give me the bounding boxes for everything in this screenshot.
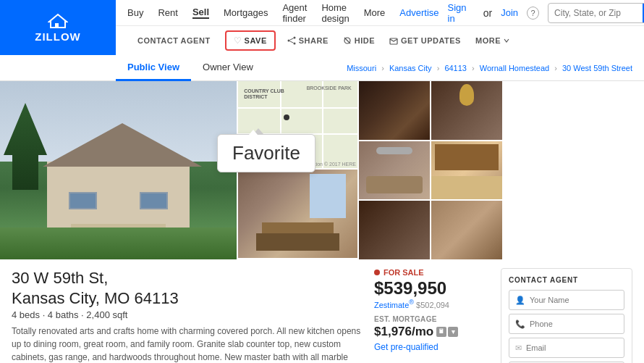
sofa (366, 176, 423, 193)
bc-state[interactable]: Missouri (347, 64, 376, 72)
zestimate-link[interactable]: Zestimate® (374, 301, 414, 309)
zillow-wordmark: zillow (35, 30, 80, 43)
updates-label: GET UPDATES (401, 36, 461, 45)
phone-input[interactable] (530, 320, 630, 328)
property-details: 4 beds · 4 baths · 2,400 sqft (12, 309, 367, 320)
grid-photo-5[interactable] (359, 201, 430, 259)
bc-neighborhood[interactable]: Wornall Homestead (480, 64, 549, 72)
map-street-v2 (322, 81, 323, 168)
grid-photo-6[interactable] (431, 201, 502, 259)
hide-button[interactable]: HIDE (336, 26, 382, 55)
save-label: SAVE (245, 36, 267, 45)
contact-agent-panel: CONTACT AGENT 👤 📞 ✉ Contact Agent (501, 268, 632, 363)
more-button[interactable]: MORE (468, 26, 517, 55)
tooltip-content: Favorite (217, 134, 315, 172)
house-roof (43, 123, 202, 167)
phone-icon: 📞 (515, 320, 525, 329)
bc-city[interactable]: Kansas City (389, 64, 432, 72)
tab-owner-view[interactable]: Owner View (191, 55, 265, 81)
est-mortgage-value: $1,976/mo 🖩 ▾ (374, 325, 493, 339)
action-bar: CONTACT AGENT ♡ SAVE SHARE HIDE GET UPDA… (116, 26, 644, 55)
nav-container: Buy Rent Sell Mortgages Agent finder Hom… (116, 0, 644, 55)
right-nav: Advertise Sign in or Join ? (399, 2, 644, 24)
nav-more[interactable]: More (364, 7, 386, 18)
favorite-tooltip: Favorite (217, 134, 315, 172)
search-box (548, 3, 644, 23)
zestimate-label: Zestimate® (374, 301, 414, 309)
main-photo[interactable] (0, 81, 237, 259)
top-nav-row: Buy Rent Sell Mortgages Agent finder Hom… (116, 0, 644, 26)
nav-agent-finder[interactable]: Agent finder (282, 2, 307, 24)
price-section: FOR SALE $539,950 Zestimate® $502,094 ES… (367, 268, 493, 363)
property-address-2: Kansas City, MO 64113 (12, 288, 367, 309)
est-mortgage-label: EST. MORTGAGE (374, 315, 493, 323)
photos-area: COUNTRY CLUBDISTRICT BROOKSIDE PARK GREE… (0, 81, 644, 259)
ceiling-fan (376, 147, 412, 154)
tabs-row: Public View Owner View Missouri › Kansas… (0, 55, 644, 81)
get-prequalified-link[interactable]: Get pre-qualified (374, 342, 493, 352)
svg-point-6 (287, 40, 289, 42)
map-pin (284, 114, 289, 120)
house-photo-bg (0, 81, 237, 259)
zillow-house-icon (48, 13, 68, 29)
share-icon (287, 36, 296, 45)
zestimate-value: $502,094 (416, 301, 449, 309)
grid-photo-4[interactable] (431, 141, 502, 200)
sign-in-link[interactable]: Sign in (448, 2, 475, 24)
map-label-brookside: BROOKSIDE PARK (307, 85, 352, 91)
calculator-icon[interactable]: 🖩 (436, 327, 446, 337)
nav-mortgages[interactable]: Mortgages (224, 7, 268, 18)
email-input[interactable] (526, 343, 626, 352)
bc-address[interactable]: 30 West 59th Street (562, 64, 632, 72)
nav-buy[interactable]: Buy (127, 7, 143, 18)
bc-sep4: › (554, 64, 557, 72)
help-icon[interactable]: ? (527, 7, 539, 20)
nav-rent[interactable]: Rent (158, 7, 177, 18)
share-button[interactable]: SHARE (280, 26, 336, 55)
nav-sell[interactable]: Sell (192, 7, 209, 19)
bottom-content: 30 W 59th St, Kansas City, MO 64113 4 be… (0, 268, 644, 363)
email-icon: ✉ (515, 343, 522, 353)
advertise-link[interactable]: Advertise (399, 7, 438, 18)
share-label: SHARE (299, 36, 329, 45)
bc-sep1: › (381, 64, 384, 72)
pendant-light (459, 84, 474, 106)
svg-point-5 (293, 43, 295, 45)
get-updates-button[interactable]: GET UPDATES (382, 26, 468, 55)
right-photo-grid (359, 81, 502, 259)
hide-label: HIDE (355, 36, 375, 45)
int-window (310, 174, 346, 218)
bc-sep3: › (472, 64, 475, 72)
est-icons: 🖩 ▾ (436, 327, 458, 337)
search-input[interactable] (548, 8, 643, 18)
bc-sep2: › (437, 64, 440, 72)
expand-icon[interactable]: ▾ (448, 327, 458, 337)
main-price: $539,950 (374, 278, 493, 299)
grid-photo-1[interactable] (359, 81, 430, 140)
heart-icon: ♡ (234, 36, 242, 46)
zillow-logo[interactable]: zillow (0, 0, 116, 55)
property-description: Totally renovated arts and crafts home w… (12, 325, 367, 363)
contact-agent-button[interactable]: CONTACT AGENT (127, 26, 221, 55)
person-icon: 👤 (515, 296, 525, 305)
nav-home-design[interactable]: Home design (321, 2, 349, 24)
window-1 (69, 192, 97, 210)
for-sale-badge: FOR SALE (374, 268, 493, 277)
bc-zip[interactable]: 64113 (444, 64, 467, 72)
grass (0, 228, 237, 259)
save-button[interactable]: ♡ SAVE (225, 30, 276, 51)
grid-photo-3[interactable] (431, 81, 502, 140)
more-label: MORE (475, 36, 501, 45)
join-link[interactable]: Join (501, 7, 518, 18)
interior-photo-1[interactable] (238, 170, 357, 258)
name-input[interactable] (530, 296, 630, 304)
tooltip-label: Favorite (232, 142, 300, 164)
zestimate-line: Zestimate® $502,094 (374, 299, 493, 309)
contact-agent-title: CONTACT AGENT (509, 276, 624, 284)
header: zillow Buy Rent Sell Mortgages Agent fin… (0, 0, 644, 55)
tab-public-view[interactable]: Public View (116, 55, 191, 81)
property-address-1: 30 W 59th St, (12, 268, 367, 288)
right-col-2 (431, 81, 502, 259)
grid-photo-2[interactable] (359, 141, 430, 200)
int-chairs (256, 233, 340, 251)
